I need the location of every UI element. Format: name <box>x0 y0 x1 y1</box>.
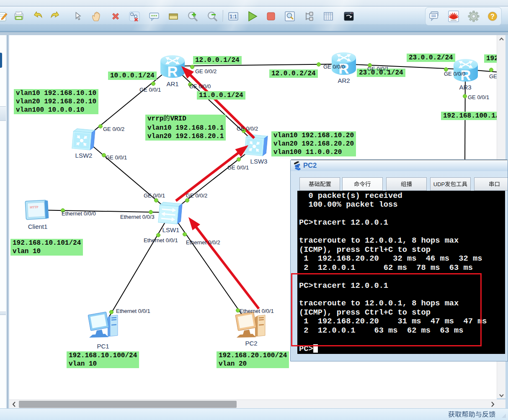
svg-text:?: ? <box>490 13 495 20</box>
svg-text:R: R <box>167 63 178 79</box>
svg-text:1:1: 1:1 <box>230 14 237 20</box>
svg-text:HTTP: HTTP <box>30 205 39 209</box>
